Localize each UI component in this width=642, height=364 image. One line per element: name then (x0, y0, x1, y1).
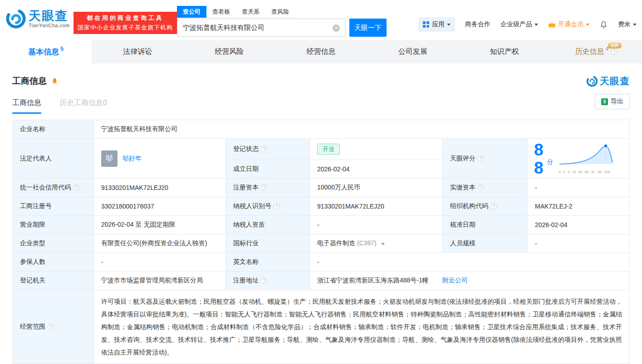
search-tab-risk[interactable]: 查风险 (265, 6, 295, 18)
score-unit: 分 (547, 158, 553, 166)
subscribe-bell-icon[interactable] (51, 78, 59, 85)
subtab-business-info[interactable]: 工商信息 (12, 98, 41, 114)
field-company-type-value: 有限责任公司(外商投资企业法人独资) (94, 234, 226, 253)
search-tab-boss[interactable]: 查老板 (206, 6, 236, 18)
enterprise-products-menu[interactable]: 企业级产品 (500, 20, 538, 29)
user-menu[interactable]: 费米 (618, 20, 637, 29)
search-tabs: 查公司 查老板 查关系 查风险 (177, 6, 295, 18)
score-number: 88 (534, 141, 545, 177)
tianyancha-watermark: 天眼查 (586, 75, 630, 87)
address-text: 浙江省宁波前湾新区玉海东路488号-1幢 (317, 277, 429, 284)
notification-bell[interactable] (599, 20, 608, 29)
field-reg-authority-label: 登记机关 (13, 272, 94, 290)
crown-icon (548, 21, 556, 28)
bell-icon (599, 20, 608, 29)
open-vip-label: 开通会员 (558, 20, 583, 29)
search-input-wrap (177, 19, 346, 37)
help-icon (611, 49, 617, 55)
export-label: 导出 (611, 97, 623, 106)
tab-count: 5 (60, 46, 64, 52)
field-reg-status-value: 开业 (310, 139, 443, 160)
field-taxpayer-quality-label: 纳税人资质 (226, 216, 310, 234)
chevron-down-icon (586, 24, 589, 26)
search-tab-relation[interactable]: 查关系 (236, 6, 265, 18)
brand-logo[interactable]: 天眼查 TianYanCha.com (5, 8, 70, 29)
promo-line2: 国家中小企业发展子基金旗下机构 (78, 24, 173, 32)
tab-history-info[interactable]: VIP 历史信息 4 (550, 40, 642, 63)
table-row: 经营范围 许可项目：航天器及运载火箭制造；民用航空器（发动机、螺旋桨）生产；民用… (13, 290, 630, 364)
field-score-value: 88 分 0 1 3 15 50 85 97 99 100 (528, 139, 630, 179)
help-icon (261, 146, 267, 152)
tab-label: 法律诉讼 (123, 47, 152, 57)
table-row: 法定代表人 邬 邬好年 登记状态 开业 天眼评分 88 分 (13, 139, 630, 160)
tab-company-development[interactable]: 公司发展 (367, 40, 459, 63)
field-reg-number-value: 330218000176037 (94, 197, 226, 216)
tab-intellectual-property[interactable]: 知识产权 (459, 40, 550, 63)
field-credit-code-label: 统一社会信用代码 (13, 179, 94, 197)
field-reg-address-label: 注册地址 (226, 272, 310, 290)
table-row: 营业期限 2026-02-04 至 无固定期限 纳税人资质 - 核准日期 202… (13, 216, 630, 234)
field-company-name-label: 企业名称 (13, 120, 94, 139)
chevron-down-icon[interactable] (381, 243, 385, 245)
help-icon (48, 324, 54, 330)
field-paid-capital-label: 实缴资本 (443, 179, 528, 197)
export-button[interactable]: 导出 (595, 94, 630, 109)
table-row: 参保人数 - 英文名称 - (13, 253, 630, 272)
clear-icon[interactable] (333, 24, 340, 32)
tab-label: 基本信息 (28, 47, 59, 57)
nearby-companies-link[interactable]: 附近公司 (442, 277, 468, 284)
field-org-code-value: MAK72LEJ-2 (528, 197, 630, 216)
field-est-date-value: 2026-02-04 (310, 160, 443, 179)
field-insured-count-value: - (94, 253, 226, 272)
tianyancha-logo-icon (5, 8, 26, 29)
field-business-scope-label: 经营范围 (13, 290, 94, 364)
vip-badge: VIP (608, 43, 622, 49)
field-business-scope-value: 许可项目：航天器及运载火箭制造；民用航空器（发动机、螺旋桨）生产；民用航天发射技… (94, 290, 630, 364)
tab-basic-info[interactable]: 基本信息 5 (0, 40, 92, 63)
open-vip-menu[interactable]: 开通会员 (548, 20, 589, 29)
field-taxpayer-id-label: 纳税人识别号 (226, 197, 310, 216)
field-reg-number-label: 工商注册号 (13, 197, 94, 216)
promo-line1: 都在用的商业查询工具 (78, 14, 173, 22)
help-icon (261, 184, 267, 191)
field-english-name-value: - (310, 253, 630, 272)
table-row: 统一社会信用代码 91330201MAK72LEJ20 注册资本 10000万人… (13, 179, 630, 197)
section-title: 工商信息 (12, 75, 47, 87)
help-icon (490, 203, 497, 209)
field-est-date-label: 成立日期 (226, 160, 310, 179)
status-badge: 开业 (317, 144, 340, 155)
tab-operating-info[interactable]: 经营信息 (275, 40, 367, 63)
apps-menu[interactable]: 应用 (418, 17, 455, 32)
username: 费米 (618, 20, 631, 29)
help-icon (274, 203, 280, 209)
search-button[interactable]: 天眼一下 (349, 19, 387, 37)
tab-legal-proceedings[interactable]: 法律诉讼 (92, 40, 183, 63)
tab-count: 4 (606, 46, 609, 52)
table-row: 企业类型 有限责任公司(外商投资企业法人独资) 国标行业 电子器件制造 (C39… (13, 234, 630, 253)
table-row: 登记机关 宁波市市场监督管理局前湾新区分局 注册地址 浙江省宁波前湾新区玉海东路… (13, 272, 630, 290)
company-nav-tabs: 基本信息 5 法律诉讼 经营风险 经营信息 公司发展 知识产权 VIP 历史信息… (0, 40, 642, 63)
business-cooperation-link[interactable]: 商务合作 (465, 20, 490, 29)
field-english-name-label: 英文名称 (226, 253, 310, 272)
search-tab-company[interactable]: 查公司 (177, 6, 206, 18)
subtab-history-business-info[interactable]: 历史工商信息0 (59, 98, 107, 114)
apps-label: 应用 (432, 20, 445, 29)
field-legal-rep-label: 法定代表人 (13, 139, 94, 179)
search-input[interactable] (177, 19, 345, 36)
industry-text: 电子器件制造 (317, 239, 355, 247)
help-icon (478, 184, 484, 191)
header: 天眼查 TianYanCha.com 都在用的商业查询工具 国家中小企业发展子基… (0, 0, 642, 40)
legal-rep-link[interactable]: 邬好年 (123, 155, 142, 163)
help-icon (73, 184, 79, 191)
field-reg-status-label: 登记状态 (226, 139, 310, 160)
table-row: 工商注册号 330218000176037 纳税人识别号 91330201MAK… (13, 197, 630, 216)
tab-label: 知识产权 (490, 47, 519, 57)
excel-icon (601, 98, 608, 105)
chevron-down-icon (534, 24, 538, 26)
tab-operating-risk[interactable]: 经营风险 (183, 40, 275, 63)
field-company-type-label: 企业类型 (13, 234, 94, 253)
table-row: 企业名称 宁波拓普航天科技有限公司 (13, 120, 630, 139)
field-score-label: 天眼评分 (443, 139, 528, 179)
help-icon (478, 155, 484, 162)
chevron-down-icon (633, 24, 637, 26)
